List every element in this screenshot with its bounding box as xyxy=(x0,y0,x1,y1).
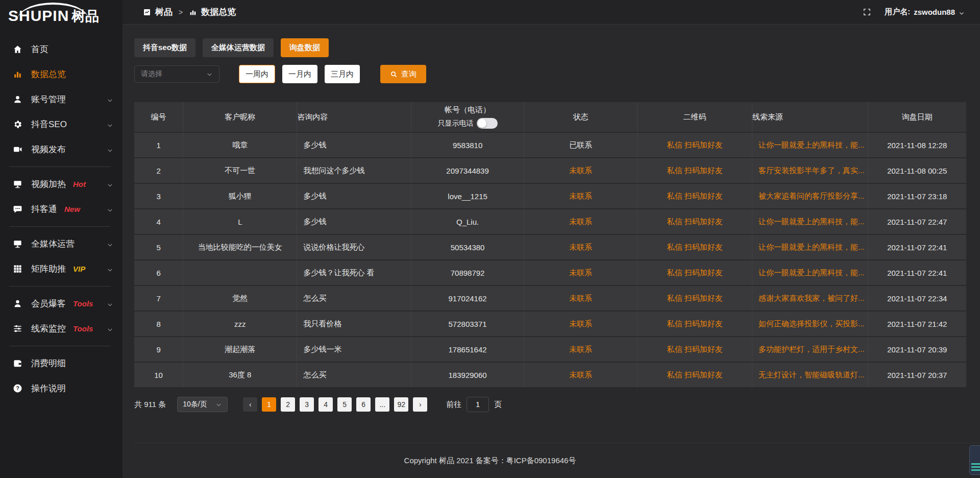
sidebar-item-label: 线索监控 xyxy=(31,323,66,334)
lead-source-link[interactable]: 如何正确选择投影仪，买投影... xyxy=(758,319,865,328)
phone-only-toggle[interactable] xyxy=(477,118,498,129)
qr-actions-link[interactable]: 私信 扫码加好友 xyxy=(667,370,722,379)
user-menu[interactable]: 用户名: zswodun88 xyxy=(885,7,965,17)
lead-source-link[interactable]: 让你一眼就爱上的黑科技，能... xyxy=(758,217,865,226)
qr-actions-link[interactable]: 私信 扫码加好友 xyxy=(667,268,722,277)
lead-source-link[interactable]: 让你一眼就爱上的黑科技，能... xyxy=(758,243,865,251)
sidebar-item-user[interactable]: 账号管理 xyxy=(0,87,122,112)
tab-3[interactable]: 询盘数据 xyxy=(281,38,329,57)
cell-date: 2021-11-08 00:25 xyxy=(868,158,966,184)
help-icon: ? xyxy=(13,384,22,393)
lead-source-link[interactable]: 让你一眼就爱上的黑科技，能... xyxy=(758,268,865,277)
qr-actions-link[interactable]: 私信 扫码加好友 xyxy=(667,217,722,226)
gear-icon xyxy=(13,119,22,129)
sidebar-item-home[interactable]: 首页 xyxy=(0,37,122,62)
filter-select[interactable]: 请选择 xyxy=(134,65,219,83)
sidebar-item-badge: New xyxy=(64,205,80,213)
sidebar-item-gear[interactable]: 抖音SEO xyxy=(0,112,122,137)
sidebar: SHUPIN树品 首页数据总览账号管理抖音SEO视频发布视频加热Hot抖客通Ne… xyxy=(0,0,122,478)
pager-ellipsis[interactable]: ... xyxy=(375,397,389,412)
period-button-2[interactable]: 一月内 xyxy=(282,65,317,83)
floating-widget[interactable] xyxy=(969,445,980,475)
cell-source: 客厅安装投影半年多了，真实... xyxy=(752,158,868,184)
video-icon xyxy=(13,145,22,154)
sidebar-item-video[interactable]: 视频发布 xyxy=(0,137,122,162)
qr-actions-link[interactable]: 私信 扫码加好友 xyxy=(667,345,722,353)
page-size-select[interactable]: 10条/页 xyxy=(177,397,228,412)
qr-actions-link[interactable]: 私信 扫码加好友 xyxy=(667,192,722,200)
sidebar-divider xyxy=(9,226,110,227)
cell-status: 未联系 xyxy=(524,209,638,235)
cell-date: 2021-11-07 22:34 xyxy=(868,286,966,312)
sidebar-item-wallet[interactable]: 消费明细 xyxy=(0,351,122,376)
cell-account: 178651642 xyxy=(411,337,525,363)
cell-source: 无主灯设计，智能磁吸轨道灯... xyxy=(752,363,868,388)
cell-no: 8 xyxy=(134,312,183,337)
screen-icon xyxy=(13,239,22,249)
lead-source-link[interactable]: 被大家追着问的客厅投影分享... xyxy=(758,192,865,200)
next-page-button[interactable]: › xyxy=(413,397,427,412)
sidebar-item-label: 矩阵助推 xyxy=(31,263,66,275)
sidebar-item-screen[interactable]: 全媒体运营 xyxy=(0,231,122,256)
breadcrumb-root[interactable]: 树品 xyxy=(155,6,173,18)
prev-page-button[interactable]: ‹ xyxy=(243,397,257,412)
cell-no: 3 xyxy=(134,184,183,209)
chevron-down-icon xyxy=(107,181,113,187)
cell-qrcode: 私信 扫码加好友 xyxy=(638,312,752,337)
lead-source-link[interactable]: 让你一眼就爱上的黑科技，能... xyxy=(758,140,865,149)
tab-1[interactable]: 抖音seo数据 xyxy=(134,38,195,57)
fullscreen-icon[interactable] xyxy=(863,8,871,16)
sidebar-item-member[interactable]: 会员爆客Tools xyxy=(0,291,122,316)
cell-status: 未联系 xyxy=(524,184,638,209)
sidebar-item-sliders[interactable]: 线索监控Tools xyxy=(0,316,122,341)
cell-status: 未联系 xyxy=(524,235,638,260)
tab-2[interactable]: 全媒体运营数据 xyxy=(203,38,274,57)
cell-nickname: 36度 8 xyxy=(183,363,297,388)
qr-actions-link[interactable]: 私信 扫码加好友 xyxy=(667,243,722,251)
qr-actions-link[interactable]: 私信 扫码加好友 xyxy=(667,294,722,302)
period-buttons: 一周内一月内三月内 xyxy=(239,65,360,83)
cell-nickname: 狐小狸 xyxy=(183,184,297,209)
chevron-down-icon xyxy=(107,325,113,332)
page-button-92[interactable]: 92 xyxy=(394,397,408,412)
period-button-3[interactable]: 三月内 xyxy=(325,65,360,83)
lead-source-link[interactable]: 感谢大家喜欢我家，被问了好... xyxy=(758,294,865,302)
cell-no: 2 xyxy=(134,158,183,184)
page-jump: 前往 页 xyxy=(446,397,502,412)
lead-source-link[interactable]: 多功能护栏灯，适用于乡村文... xyxy=(758,345,865,353)
table-row: 1036度 8怎么买183929060未联系私信 扫码加好友无主灯设计，智能磁吸… xyxy=(134,363,966,388)
cell-nickname: zzz xyxy=(183,312,297,337)
page-size-value: 10条/页 xyxy=(183,400,207,409)
sidebar-item-chart[interactable]: 数据总览 xyxy=(0,62,122,87)
qr-actions-link[interactable]: 私信 扫码加好友 xyxy=(667,319,722,328)
cell-source: 让你一眼就爱上的黑科技，能... xyxy=(752,133,868,158)
sidebar-item-help[interactable]: ?操作说明 xyxy=(0,376,122,401)
cell-account: 50534380 xyxy=(411,235,525,260)
qr-actions-link[interactable]: 私信 扫码加好友 xyxy=(667,166,722,175)
page-button-1[interactable]: 1 xyxy=(262,397,276,412)
page-button-5[interactable]: 5 xyxy=(337,397,352,412)
jump-page-input[interactable] xyxy=(467,397,489,412)
col-header-source: 线索来源 xyxy=(752,102,868,133)
period-button-1[interactable]: 一周内 xyxy=(239,65,275,83)
cell-qrcode: 私信 扫码加好友 xyxy=(638,209,752,235)
cell-nickname: 潮起潮落 xyxy=(183,337,297,363)
brand-logo[interactable]: SHUPIN树品 xyxy=(0,0,122,30)
page-button-3[interactable]: 3 xyxy=(300,397,314,412)
svg-text:?: ? xyxy=(16,385,19,391)
sidebar-item-badge: VIP xyxy=(73,265,85,273)
lead-source-link[interactable]: 无主灯设计，智能磁吸轨道灯... xyxy=(758,370,865,379)
sidebar-item-chat[interactable]: 抖客通New xyxy=(0,197,122,222)
cell-source: 被大家追着问的客厅投影分享... xyxy=(752,184,868,209)
page-button-6[interactable]: 6 xyxy=(356,397,371,412)
qr-actions-link[interactable]: 私信 扫码加好友 xyxy=(667,140,722,149)
page-button-4[interactable]: 4 xyxy=(318,397,333,412)
lead-source-link[interactable]: 客厅安装投影半年多了，真实... xyxy=(758,166,865,175)
cell-date: 2021-11-07 20:39 xyxy=(868,337,966,363)
cell-no: 6 xyxy=(134,260,183,286)
page-button-2[interactable]: 2 xyxy=(281,397,295,412)
sidebar-item-monitor[interactable]: 视频加热Hot xyxy=(0,172,122,197)
sidebar-item-grid[interactable]: 矩阵助推VIP xyxy=(0,256,122,281)
search-button[interactable]: 查询 xyxy=(380,65,426,83)
cell-content: 说说价格让我死心 xyxy=(297,235,411,260)
